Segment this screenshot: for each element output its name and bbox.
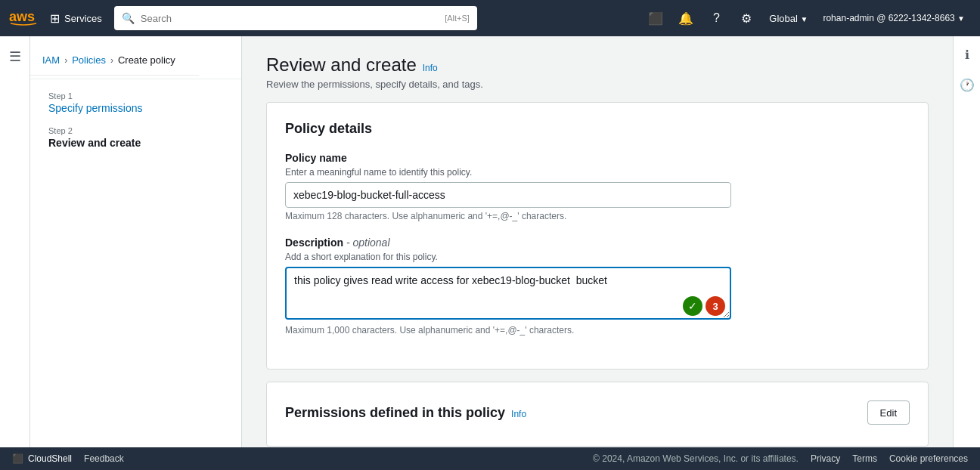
aws-logo[interactable]: aws (9, 10, 38, 26)
breadcrumb: IAM › Policies › Create policy (30, 48, 241, 72)
wizard-steps: Step 1 Specify permissions Step 2 Review… (30, 79, 241, 173)
privacy-link[interactable]: Privacy (811, 453, 840, 464)
page-header: Review and create Info Review the permis… (266, 54, 929, 90)
policy-name-input[interactable] (285, 182, 731, 208)
chevron-down-icon: ▼ (801, 15, 808, 23)
sidebar-toggle-icon[interactable]: ☰ (9, 48, 21, 65)
settings-icon: ⚙ (741, 11, 752, 26)
spell-count: 3 (712, 301, 718, 312)
permissions-title-row: Permissions defined in this policy Info (285, 405, 526, 421)
bell-icon: 🔔 (678, 11, 693, 26)
help-icon-btn[interactable]: ? (702, 5, 730, 32)
step-2-label: Step 2 (48, 126, 223, 135)
description-textarea[interactable]: this policy gives <span class="desc-unde… (285, 267, 731, 320)
step-1-label: Step 1 (48, 91, 223, 100)
policy-name-hint: Maximum 128 characters. Use alphanumeric… (285, 211, 910, 221)
help-icon: ? (713, 11, 720, 25)
breadcrumb-iam[interactable]: IAM (42, 54, 60, 66)
policy-name-field: Policy name Enter a meaningful name to i… (285, 152, 910, 221)
checkmark-icon: ✓ (688, 300, 697, 312)
step-2-title: Review and create (48, 137, 141, 149)
description-label: Description - optional (285, 237, 910, 249)
description-desc: Add a short explanation for this policy. (285, 252, 910, 262)
services-menu[interactable]: ⊞ Services (44, 11, 108, 26)
permissions-card-header: Permissions defined in this policy Info … (285, 400, 910, 425)
services-label: Services (64, 13, 102, 24)
terminal-icon: ⬛ (648, 11, 663, 26)
user-label: rohan-admin @ 6222-1342-8663 (823, 13, 954, 23)
app-body: ☰ IAM › Policies › Create policy Step 1 … (0, 36, 980, 447)
description-textarea-wrapper: this policy gives <span class="desc-unde… (285, 267, 731, 322)
spell-check-count[interactable]: 3 (706, 296, 725, 316)
feedback-label[interactable]: Feedback (84, 453, 124, 464)
spell-check-icons: ✓ 3 (683, 296, 725, 316)
policy-name-desc: Enter a meaningful name to identify this… (285, 167, 910, 178)
terminal-icon-btn[interactable]: ⬛ (642, 5, 669, 32)
search-icon: 🔍 (122, 12, 135, 24)
permissions-info-link[interactable]: Info (511, 409, 526, 419)
footer-links: Privacy Terms Cookie preferences (811, 453, 968, 464)
terms-link[interactable]: Terms (852, 453, 877, 464)
bottom-bar: ⬛ CloudShell Feedback © 2024, Amazon Web… (0, 447, 980, 470)
description-field: Description - optional Add a short expla… (285, 237, 910, 335)
permissions-card: Permissions defined in this policy Info … (266, 382, 929, 447)
clock-icon: 🕐 (960, 78, 975, 92)
step-1-title[interactable]: Specify permissions (48, 102, 143, 114)
breadcrumb-current: Create policy (118, 54, 175, 66)
breadcrumb-sep-2: › (110, 55, 113, 66)
policy-details-title: Policy details (285, 121, 910, 137)
policy-name-label: Policy name (285, 152, 910, 164)
spell-check-green-icon[interactable]: ✓ (683, 296, 702, 316)
nav-icons: ⬛ 🔔 ? ⚙ Global ▼ rohan-admin @ 6222-1342… (642, 5, 971, 32)
copyright: © 2024, Amazon Web Services, Inc. or its… (593, 453, 799, 464)
settings-icon-btn[interactable]: ⚙ (733, 5, 760, 32)
sidebar: IAM › Policies › Create policy Step 1 Sp… (30, 36, 242, 447)
terminal-bottom-icon: ⬛ (12, 453, 23, 464)
description-label-text: Description (285, 237, 343, 249)
page-info-link[interactable]: Info (423, 63, 438, 73)
search-input[interactable] (141, 13, 439, 24)
global-region[interactable]: Global ▼ (763, 13, 814, 24)
region-label: Global (769, 13, 798, 24)
sidebar-nav-left: ☰ (0, 36, 30, 447)
user-menu[interactable]: rohan-admin @ 6222-1342-8663 ▼ (817, 13, 971, 23)
top-navigation: aws ⊞ Services 🔍 [Alt+S] ⬛ 🔔 ? ⚙ Global … (0, 0, 980, 36)
bell-icon-btn[interactable]: 🔔 (672, 5, 699, 32)
search-shortcut: [Alt+S] (445, 14, 470, 23)
page-title-row: Review and create Info (266, 54, 929, 76)
main-content: Review and create Info Review the permis… (242, 36, 953, 447)
chevron-down-icon-user: ▼ (957, 14, 965, 23)
cloudshell-label[interactable]: CloudShell (28, 453, 72, 464)
cookie-link[interactable]: Cookie preferences (889, 453, 968, 464)
breadcrumb-sep-1: › (64, 55, 67, 66)
page-title: Review and create (266, 54, 417, 76)
permissions-card-title: Permissions defined in this policy (285, 405, 505, 421)
cloudshell-section: ⬛ CloudShell (12, 453, 72, 464)
search-bar[interactable]: 🔍 [Alt+S] (114, 6, 477, 30)
page-subtitle: Review the permissions, specify details,… (266, 79, 929, 90)
description-optional: - optional (346, 237, 390, 249)
grid-icon: ⊞ (50, 11, 60, 26)
history-panel-icon[interactable]: 🕐 (955, 73, 979, 97)
edit-button[interactable]: Edit (867, 400, 910, 425)
right-panel: ℹ 🕐 (953, 36, 980, 447)
info-panel-icon[interactable]: ℹ (955, 42, 979, 66)
step-1: Step 1 Specify permissions (48, 91, 223, 114)
policy-details-card: Policy details Policy name Enter a meani… (266, 102, 929, 370)
svg-text:aws: aws (9, 10, 35, 24)
info-icon: ℹ (965, 48, 969, 62)
description-hint: Maximum 1,000 characters. Use alphanumer… (285, 325, 910, 335)
step-2: Step 2 Review and create (48, 126, 223, 149)
breadcrumb-policies[interactable]: Policies (72, 54, 106, 66)
